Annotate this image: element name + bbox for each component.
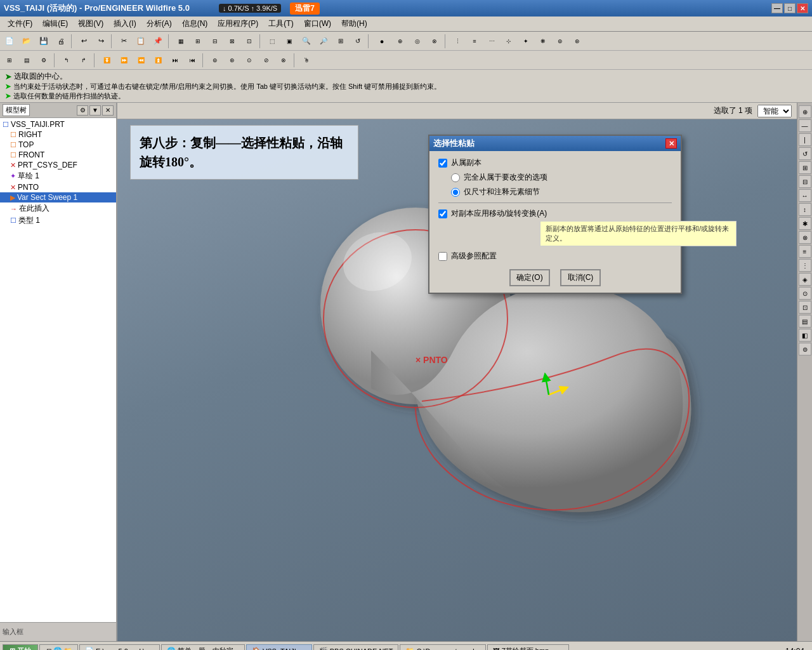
tb-redo[interactable]: ↪: [93, 34, 109, 49]
menu-insert[interactable]: 插入(I): [108, 17, 141, 30]
tree-expand-btn[interactable]: ▼: [89, 105, 101, 116]
task-bbs[interactable]: 🎬 BBS.CHINADE.NET: [313, 644, 399, 651]
rt-btn-12[interactable]: ⋮: [799, 259, 811, 272]
tb-b1[interactable]: ▦: [173, 34, 189, 49]
tb2-f6[interactable]: ⏮: [184, 53, 200, 68]
tree-close-btn[interactable]: ✕: [102, 105, 114, 116]
tb2-g4[interactable]: ⊘: [258, 53, 275, 68]
close-button[interactable]: ✕: [797, 3, 808, 13]
rt-btn-7[interactable]: ↔: [799, 189, 811, 202]
tb-b4[interactable]: ⊠: [224, 34, 240, 49]
tb-d4[interactable]: ⊹: [501, 34, 517, 49]
tb2-f2[interactable]: ⏩: [115, 53, 132, 68]
tb-b3[interactable]: ⊟: [207, 34, 223, 49]
rt-btn-13[interactable]: ◈: [799, 273, 811, 286]
minimize-button[interactable]: —: [771, 3, 783, 13]
radio-dims[interactable]: [451, 188, 460, 197]
rt-btn-9[interactable]: ✱: [799, 217, 811, 230]
menu-view[interactable]: 视图(V): [73, 17, 108, 30]
start-button[interactable]: ⊞ 开始: [3, 644, 38, 651]
rt-btn-5[interactable]: ⊞: [799, 161, 811, 174]
tb-refresh[interactable]: ↺: [350, 34, 366, 49]
tb2-settings[interactable]: ⚙: [36, 53, 52, 68]
tab-model-tree[interactable]: 模型树: [3, 104, 30, 116]
tb2-grid[interactable]: ⊞: [1, 53, 18, 68]
rt-btn-6[interactable]: ⊟: [799, 175, 811, 188]
tb2-g2[interactable]: ⊛: [224, 53, 240, 68]
checkbox-transform[interactable]: [438, 209, 447, 218]
tb-undo[interactable]: ↩: [75, 34, 92, 49]
rt-btn-14[interactable]: ⊙: [799, 287, 811, 300]
menu-app[interactable]: 应用程序(P): [213, 17, 263, 30]
rt-btn-18[interactable]: ⊚: [799, 343, 811, 355]
task-docs[interactable]: 📁 C:\Documents and...: [400, 644, 485, 651]
checkbox-slave[interactable]: [438, 159, 447, 168]
tb2-f1[interactable]: ⏬: [98, 53, 115, 68]
rt-btn-15[interactable]: ⊡: [799, 301, 811, 314]
tb-sel2[interactable]: ▣: [281, 34, 298, 49]
menu-help[interactable]: 帮助(H): [336, 17, 372, 30]
tb-new[interactable]: 📄: [1, 34, 18, 49]
tb-c1[interactable]: ●: [372, 34, 391, 49]
tb-b5[interactable]: ⊡: [241, 34, 258, 49]
rt-btn-16[interactable]: ▤: [799, 315, 811, 328]
tree-node-pnto[interactable]: ✕ PNTO: [0, 182, 116, 192]
menu-file[interactable]: 文件(F): [3, 17, 37, 30]
radio-full[interactable]: [451, 173, 460, 182]
rt-btn-11[interactable]: ≡: [799, 245, 811, 258]
tree-node-type[interactable]: ☐ 类型 1: [0, 215, 116, 227]
tb-fit[interactable]: ⊞: [332, 34, 349, 49]
menu-analysis[interactable]: 分析(A): [141, 17, 177, 30]
checkbox-advanced[interactable]: [438, 252, 447, 261]
tb-d6[interactable]: ❋: [535, 34, 551, 49]
tb2-f3[interactable]: ⏪: [133, 53, 149, 68]
tb-d2[interactable]: ≡: [466, 34, 483, 49]
tb-d1[interactable]: ⋮: [449, 34, 466, 49]
tree-node-top[interactable]: ☐ TOP: [0, 140, 116, 150]
tb-zoom-out[interactable]: 🔎: [315, 34, 332, 49]
tb-c2[interactable]: ⊕: [392, 34, 409, 49]
btn-ok[interactable]: 确定(O): [509, 269, 550, 286]
tb-cut[interactable]: ✂: [115, 34, 132, 49]
tb-print[interactable]: 🖨: [53, 34, 69, 49]
tb2-h1[interactable]: 🖱: [298, 53, 315, 68]
task-proe-file[interactable]: 📄 E:\proe5.0work\c...: [79, 644, 160, 651]
tree-node-csys[interactable]: ✕ PRT_CSYS_DEF: [0, 160, 116, 170]
tree-settings-btn[interactable]: ⚙: [77, 105, 88, 116]
tb2-e1[interactable]: ↰: [58, 53, 75, 68]
tb2-layers[interactable]: ▤: [18, 53, 35, 68]
tb-d3[interactable]: ⋯: [483, 34, 500, 49]
rt-btn-17[interactable]: ◧: [799, 329, 811, 342]
btn-cancel[interactable]: 取消(C): [560, 269, 601, 286]
rt-btn-8[interactable]: ↕: [799, 203, 811, 216]
tb-copy[interactable]: 📋: [133, 34, 149, 49]
tree-node-prt[interactable]: ☐ VSS_TAIJI.PRT: [0, 119, 116, 129]
rt-btn-10[interactable]: ⊗: [799, 231, 811, 244]
tree-node-front[interactable]: ☐ FRONT: [0, 150, 116, 160]
tree-node-sketch[interactable]: ✦ 草绘 1: [0, 170, 116, 182]
tb-open[interactable]: 📂: [18, 34, 35, 49]
tb-b2[interactable]: ⊞: [190, 34, 206, 49]
rt-btn-2[interactable]: —: [799, 119, 811, 132]
tree-node-sweep[interactable]: ▶ Var Sect Sweep 1: [0, 192, 116, 202]
menu-tools[interactable]: 工具(T): [263, 17, 298, 30]
rt-btn-3[interactable]: |: [799, 133, 811, 146]
menu-edit[interactable]: 编辑(E): [37, 17, 73, 30]
tree-node-insert[interactable]: → 在此插入: [0, 202, 116, 215]
tb-zoom-in[interactable]: 🔍: [298, 34, 315, 49]
selection-dropdown[interactable]: 智能: [757, 105, 792, 117]
tb2-g5[interactable]: ⊗: [275, 53, 292, 68]
tb-save[interactable]: 💾: [36, 34, 52, 49]
tb-c4[interactable]: ⊗: [426, 34, 443, 49]
maximize-button[interactable]: □: [784, 3, 796, 13]
rt-btn-4[interactable]: ↺: [799, 147, 811, 160]
tb2-f4[interactable]: ⏫: [150, 53, 166, 68]
tb2-e2[interactable]: ↱: [75, 53, 92, 68]
task-vss[interactable]: 🏠 VSS_TAIJI -...: [246, 644, 312, 651]
dialog-close-button[interactable]: ✕: [665, 138, 677, 149]
tb-d5[interactable]: ✦: [518, 34, 534, 49]
tb-d7[interactable]: ⊚: [552, 34, 568, 49]
tree-node-right[interactable]: ☐ RIGHT: [0, 129, 116, 140]
task-bmp[interactable]: 🖼 7草绘截面.bmp —...: [487, 644, 570, 651]
menu-info[interactable]: 信息(N): [177, 17, 213, 30]
